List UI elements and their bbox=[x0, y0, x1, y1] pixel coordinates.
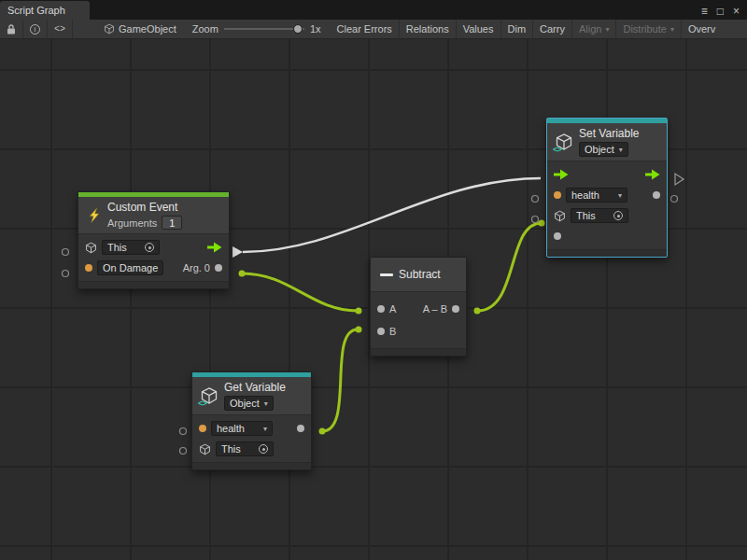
wire-subtract-setvariable[interactable] bbox=[477, 223, 542, 311]
lock-button[interactable] bbox=[0, 20, 23, 38]
carry-label: Carry bbox=[540, 23, 565, 35]
distribute-button[interactable]: Distribute ▾ bbox=[616, 20, 681, 38]
value-in-port[interactable] bbox=[554, 232, 561, 240]
port-dot-connected[interactable] bbox=[356, 308, 362, 315]
tab-script-graph[interactable]: Script Graph bbox=[0, 1, 90, 20]
input-a-port[interactable] bbox=[377, 305, 385, 313]
graph-toolbar: i <> GameObject Zoom 1x Clear Errors R bbox=[0, 20, 747, 39]
relations-button[interactable]: Relations bbox=[400, 20, 457, 38]
dim-button[interactable]: Dim bbox=[501, 20, 534, 38]
node-custom-event[interactable]: Custom Event Arguments 1 This bbox=[78, 191, 230, 289]
flow-out-port[interactable] bbox=[207, 242, 222, 253]
arg0-label: Arg. 0 bbox=[183, 262, 210, 273]
variable-name-port[interactable] bbox=[554, 191, 561, 199]
gameobject-icon bbox=[554, 210, 566, 222]
variable-scope-dropdown[interactable]: Object ▾ bbox=[579, 142, 628, 157]
zoom-label: Zoom bbox=[192, 23, 218, 35]
chevron-down-icon: ▾ bbox=[605, 25, 609, 34]
variable-name-dropdown[interactable]: health ▾ bbox=[566, 188, 627, 203]
port-empty[interactable] bbox=[180, 448, 187, 455]
value-out-port[interactable] bbox=[653, 191, 660, 199]
node-get-variable[interactable]: <> Get Variable Object ▾ health ▾ bbox=[191, 371, 312, 470]
variable-name-dropdown[interactable]: health ▾ bbox=[211, 421, 273, 436]
gameobject-target-button[interactable]: GameObject bbox=[97, 20, 183, 38]
input-b-port[interactable] bbox=[377, 328, 385, 335]
node-footer bbox=[78, 281, 229, 288]
wire-getvariable-subtract-b[interactable] bbox=[322, 329, 358, 431]
port-empty[interactable] bbox=[63, 271, 69, 277]
menu-icon[interactable]: ≡ bbox=[701, 6, 708, 17]
event-name-field[interactable]: On Damage bbox=[97, 260, 163, 275]
toolbar-gap bbox=[73, 20, 97, 38]
flow-port-empty[interactable] bbox=[675, 174, 684, 185]
values-button[interactable]: Values bbox=[457, 20, 501, 38]
align-button[interactable]: Align ▾ bbox=[572, 20, 616, 38]
zoom-value: 1x bbox=[310, 23, 321, 35]
zoom-slider[interactable] bbox=[224, 23, 304, 35]
clear-errors-button[interactable]: Clear Errors bbox=[331, 20, 400, 38]
output-label: A – B bbox=[423, 303, 447, 315]
variable-scope-dropdown[interactable]: Object ▾ bbox=[224, 396, 274, 411]
wire-arg0-subtract-a[interactable] bbox=[242, 273, 358, 311]
flow-in-port[interactable] bbox=[554, 169, 569, 180]
arguments-input[interactable]: 1 bbox=[162, 216, 182, 230]
this-object-field[interactable]: This bbox=[102, 240, 160, 255]
close-icon[interactable]: × bbox=[733, 6, 740, 17]
flow-out-port[interactable] bbox=[645, 169, 660, 180]
node-set-variable[interactable]: <> Set Variable Object ▾ bbox=[546, 118, 668, 258]
node-header[interactable]: Subtract bbox=[371, 258, 466, 291]
port-empty[interactable] bbox=[532, 196, 539, 203]
chevron-down-icon: ▾ bbox=[619, 146, 623, 154]
this-object-field[interactable]: This bbox=[571, 208, 628, 223]
info-button[interactable]: i bbox=[23, 20, 48, 38]
port-dot-connected[interactable] bbox=[474, 308, 481, 315]
this-object-field[interactable]: This bbox=[216, 441, 274, 456]
lock-icon bbox=[7, 24, 16, 35]
info-icon: i bbox=[30, 24, 40, 35]
port-dot-connected[interactable] bbox=[539, 220, 545, 227]
node-header[interactable]: Custom Event Arguments 1 bbox=[78, 197, 229, 233]
port-empty[interactable] bbox=[532, 217, 539, 223]
overview-label: Overv bbox=[688, 23, 715, 35]
edit-script-button[interactable]: <> bbox=[48, 20, 73, 38]
code-icon: <> bbox=[54, 24, 65, 35]
node-header[interactable]: <> Get Variable Object ▾ bbox=[192, 377, 311, 414]
input-a-label: A bbox=[389, 303, 396, 315]
zoom-slider-handle[interactable] bbox=[293, 24, 303, 34]
overview-button[interactable]: Overv bbox=[682, 20, 722, 38]
port-dot-connected[interactable] bbox=[239, 271, 246, 277]
arg0-out-port[interactable] bbox=[215, 264, 222, 272]
value-out-port[interactable] bbox=[297, 425, 304, 432]
port-row-a: A A – B bbox=[371, 298, 466, 320]
object-picker-icon[interactable] bbox=[259, 444, 268, 454]
port-empty[interactable] bbox=[63, 249, 69, 256]
chevron-down-icon: ▾ bbox=[264, 399, 268, 408]
port-dot-connected[interactable] bbox=[356, 327, 362, 333]
event-name-port[interactable] bbox=[85, 264, 92, 272]
graph-canvas[interactable]: Custom Event Arguments 1 This bbox=[0, 39, 747, 560]
node-title: Custom Event bbox=[107, 201, 182, 214]
tab-title: Script Graph bbox=[7, 5, 65, 16]
port-row-this: This bbox=[192, 439, 311, 459]
gameobject-label: GameObject bbox=[119, 23, 176, 35]
node-footer bbox=[547, 249, 667, 257]
output-port[interactable] bbox=[452, 305, 459, 313]
port-empty[interactable] bbox=[671, 196, 678, 203]
maximize-icon[interactable]: □ bbox=[717, 6, 724, 17]
chevron-down-icon: ▾ bbox=[618, 191, 622, 200]
carry-button[interactable]: Carry bbox=[533, 20, 572, 38]
object-picker-icon[interactable] bbox=[613, 211, 623, 220]
subtract-icon bbox=[380, 273, 393, 276]
port-empty[interactable] bbox=[180, 428, 187, 435]
code-icon: <> bbox=[553, 146, 561, 155]
this-label: This bbox=[107, 242, 127, 253]
variable-name-port[interactable] bbox=[199, 425, 206, 432]
node-header[interactable]: <> Set Variable Object ▾ bbox=[547, 123, 667, 161]
object-picker-icon[interactable] bbox=[145, 243, 154, 252]
node-title: Set Variable bbox=[579, 127, 639, 140]
node-title: Subtract bbox=[399, 268, 441, 281]
cube-icon bbox=[104, 23, 115, 35]
node-subtract[interactable]: Subtract A A – B B bbox=[370, 257, 467, 357]
port-dot-connected[interactable] bbox=[319, 428, 326, 435]
wire-flow-customevent-setvariable[interactable] bbox=[243, 178, 541, 252]
